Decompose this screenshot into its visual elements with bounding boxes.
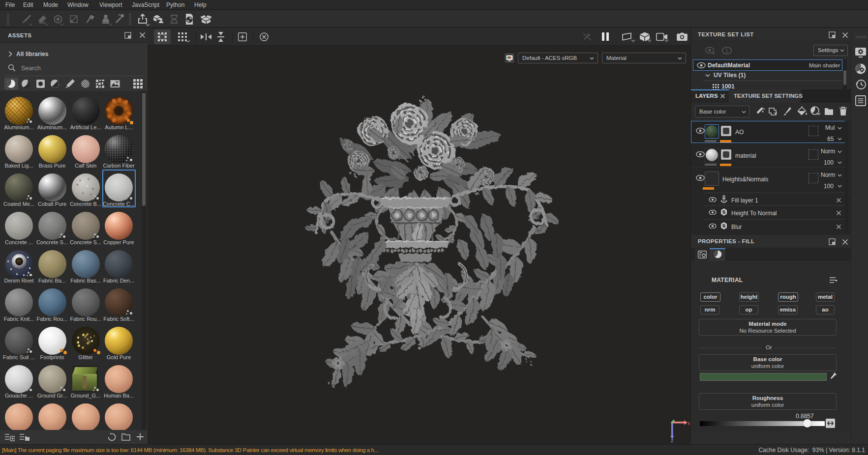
svg-text:z: z [671,437,674,442]
svg-text:1: 1 [725,48,728,54]
svg-text:x: x [688,420,690,426]
